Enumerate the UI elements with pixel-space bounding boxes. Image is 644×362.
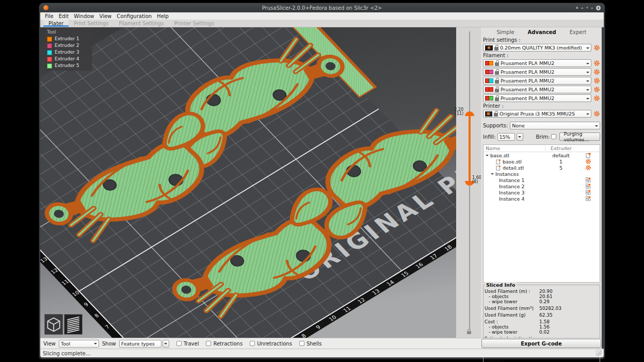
print-settings-combo[interactable]: 0.20mm QUALITY MK3 (modified) bbox=[483, 44, 591, 52]
travel-checkbox[interactable] bbox=[176, 341, 182, 346]
object-list-header: Name Extruder bbox=[484, 145, 600, 152]
filament1-color-swatch bbox=[485, 61, 493, 65]
expander-icon[interactable] bbox=[486, 155, 489, 158]
resize-grip[interactable] bbox=[595, 350, 602, 356]
stick-icon[interactable]: ▪ bbox=[576, 6, 578, 10]
shade-icon[interactable]: ▴ bbox=[581, 6, 583, 10]
filament3-gear-icon[interactable] bbox=[593, 77, 600, 84]
retractions-checkbox[interactable] bbox=[206, 341, 211, 346]
menu-help[interactable]: Help bbox=[154, 13, 171, 19]
main-tabbar: Plater Print Settings Filament Settings … bbox=[40, 20, 604, 27]
table-row[interactable]: Instance 4 bbox=[484, 195, 600, 202]
statusbar: Slicing complete... bbox=[40, 349, 604, 357]
export-gcode-button[interactable]: Export G-code bbox=[481, 339, 601, 348]
maximize-icon[interactable]: ▴ bbox=[591, 6, 593, 10]
table-row[interactable]: Instance 3 bbox=[484, 189, 600, 195]
purging-volumes-button[interactable]: Purging volumes... bbox=[559, 133, 600, 141]
brim-checkbox[interactable] bbox=[551, 134, 556, 139]
extruder5-color-swatch bbox=[47, 63, 52, 69]
legend-item: Extruder 2 bbox=[44, 42, 92, 49]
table-row[interactable]: Instance 1 bbox=[484, 177, 600, 183]
view-label: View bbox=[43, 341, 56, 347]
infill-dropdown-button[interactable] bbox=[517, 133, 523, 141]
instance-grid-icon[interactable] bbox=[586, 177, 591, 183]
tool-legend: Tool Extruder 1 Extruder 2 Extruder 3 Ex… bbox=[44, 28, 92, 71]
3d-viewport[interactable]: ORIGINAL PRUSA 7 8 9 10 11 12 13 14 15 1… bbox=[40, 27, 456, 338]
part-icon bbox=[496, 159, 501, 164]
filament-combo-3[interactable]: Prusament PLA MMU2 bbox=[483, 77, 591, 85]
expander-icon[interactable] bbox=[491, 173, 494, 176]
filament1-gear-icon[interactable] bbox=[593, 60, 600, 67]
filament4-gear-icon[interactable] bbox=[593, 86, 600, 93]
brim-label: Brim: bbox=[536, 134, 550, 140]
gcode-preview-canvas[interactable]: ORIGINAL PRUSA 7 8 9 10 11 12 13 14 15 1… bbox=[40, 27, 456, 338]
lock-icon bbox=[495, 71, 499, 75]
mode-simple[interactable]: Simple bbox=[496, 29, 514, 35]
table-row[interactable]: detail.stl 5 bbox=[484, 164, 600, 171]
show-combo[interactable]: Feature types bbox=[119, 340, 162, 348]
filament-combo-5[interactable]: Prusament PLA MMU2 bbox=[483, 94, 591, 102]
lock-icon bbox=[495, 97, 499, 101]
printer-combo[interactable]: Original Prusa i3 MK3S MMU2S bbox=[483, 110, 591, 118]
lock-icon bbox=[495, 80, 499, 84]
3d-view-button[interactable] bbox=[44, 314, 63, 335]
mode-expert[interactable]: Expert bbox=[570, 29, 587, 35]
menu-window[interactable]: Window bbox=[71, 13, 96, 19]
tab-filament-settings[interactable]: Filament Settings bbox=[114, 20, 169, 27]
object-icon[interactable] bbox=[586, 153, 591, 158]
settings-gear-icon[interactable] bbox=[585, 164, 591, 171]
menu-edit[interactable]: Edit bbox=[56, 13, 71, 19]
legend-item: Extruder 1 bbox=[44, 36, 92, 42]
layer-slider-upper-handle[interactable] bbox=[465, 111, 474, 116]
filament5-color-swatch bbox=[485, 96, 493, 101]
retractions-option: Retractions bbox=[206, 341, 243, 347]
print-settings-gear-icon[interactable] bbox=[593, 44, 600, 51]
filament5-gear-icon[interactable] bbox=[593, 95, 600, 102]
infill-combo[interactable]: 15% bbox=[497, 133, 515, 141]
menu-view[interactable]: View bbox=[97, 13, 115, 19]
table-row[interactable]: base.stl 1 bbox=[484, 158, 600, 164]
filament-combo-4[interactable]: Prusament PLA MMU2 bbox=[483, 86, 591, 93]
mode-tabs: Simple Advanced Expert bbox=[483, 29, 600, 35]
menu-file[interactable]: File bbox=[42, 13, 56, 19]
tab-plater[interactable]: Plater bbox=[43, 20, 69, 27]
instance-grid-icon[interactable] bbox=[586, 184, 591, 189]
table-row[interactable]: Instances bbox=[484, 171, 600, 177]
layer-slider[interactable]: 2.20 (11) 1.60 (8) bbox=[456, 27, 481, 338]
lock-icon bbox=[495, 89, 499, 92]
tab-printer-settings[interactable]: Printer Settings bbox=[169, 20, 219, 27]
app-window: PrusaSlicer-2.0.0+Fedora based on Slic3r… bbox=[39, 3, 605, 359]
unretractions-checkbox[interactable] bbox=[250, 341, 255, 346]
table-row[interactable]: Instance 2 bbox=[484, 183, 600, 189]
shells-checkbox[interactable] bbox=[299, 341, 304, 346]
preview-button[interactable] bbox=[64, 314, 83, 335]
table-row[interactable]: base.stl default bbox=[484, 152, 600, 158]
titlebar[interactable]: PrusaSlicer-2.0.0+Fedora based on Slic3r… bbox=[39, 3, 605, 12]
lock-icon bbox=[494, 47, 498, 51]
instance-grid-icon[interactable] bbox=[586, 190, 591, 195]
object-list: Name Extruder base.stl default base.stl … bbox=[483, 144, 600, 283]
settings-gear-icon[interactable] bbox=[585, 158, 591, 164]
layer-slider-range[interactable] bbox=[469, 116, 471, 181]
instance-grid-icon[interactable] bbox=[586, 196, 591, 201]
mode-advanced[interactable]: Advanced bbox=[528, 29, 556, 35]
menu-configuration[interactable]: Configuration bbox=[114, 13, 154, 19]
show-dropdown-button[interactable] bbox=[163, 340, 169, 348]
cube-icon bbox=[47, 318, 59, 331]
tab-print-settings[interactable]: Print Settings bbox=[69, 20, 114, 27]
filament-combo-1[interactable]: Prusament PLA MMU2 bbox=[483, 59, 591, 67]
print-settings-label: Print settings : bbox=[483, 37, 600, 43]
chevron-down-icon bbox=[586, 98, 589, 101]
one-layer-lock-icon[interactable] bbox=[467, 331, 471, 334]
extruder4-color-swatch bbox=[47, 57, 52, 62]
printer-gear-icon[interactable] bbox=[593, 110, 600, 117]
close-icon[interactable] bbox=[596, 6, 601, 10]
filament2-color-swatch bbox=[485, 70, 493, 74]
chevron-down-icon bbox=[586, 72, 589, 75]
supports-combo[interactable]: None bbox=[510, 122, 600, 129]
filament-combo-2[interactable]: Prusament PLA MMU2 bbox=[483, 68, 591, 76]
minimize-icon[interactable]: ▾ bbox=[586, 6, 588, 10]
menubar: File Edit Window View Configuration Help bbox=[40, 12, 604, 20]
filament2-gear-icon[interactable] bbox=[593, 69, 600, 75]
view-combo[interactable]: Tool bbox=[59, 340, 99, 348]
